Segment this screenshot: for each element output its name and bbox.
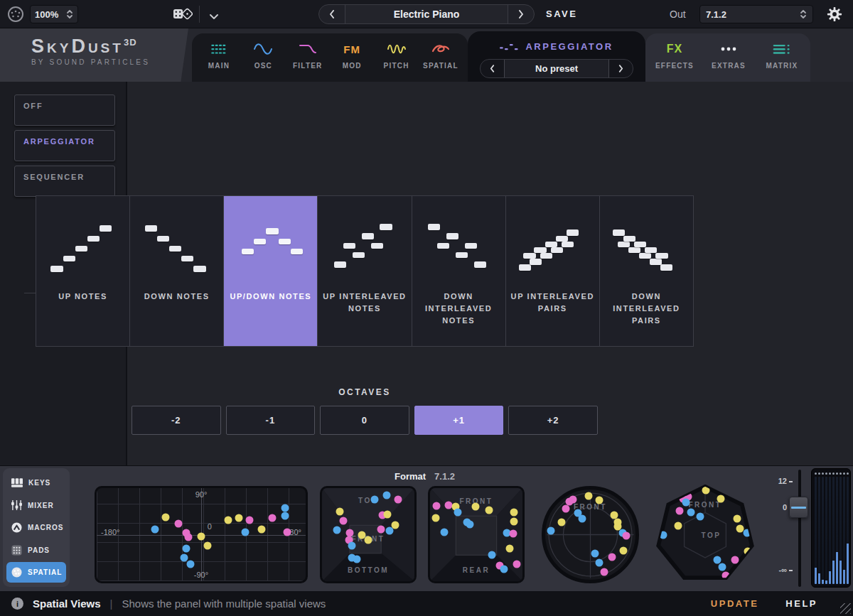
fader-track[interactable]: [798, 470, 801, 587]
spatial-view-room-rear[interactable]: FRONT REAR: [428, 486, 525, 583]
bottom-tab-macros[interactable]: MACROS: [6, 517, 66, 538]
settings-gear-icon[interactable]: [827, 6, 842, 25]
meter-channel: [847, 472, 849, 584]
tab-pitch[interactable]: PITCH: [378, 42, 415, 82]
particle-dot: [687, 509, 695, 517]
meter-channel: [832, 472, 835, 584]
particle-dot: [557, 518, 565, 526]
particle-dot: [733, 514, 741, 522]
tab-filter[interactable]: FILTER: [289, 42, 326, 82]
status-bar: i Spatial Views | Shows the panel with m…: [0, 591, 853, 616]
midi-connector-icon[interactable]: [7, 6, 24, 26]
tab-spatial[interactable]: SPATIAL: [422, 42, 459, 82]
octave-button-+2[interactable]: +2: [508, 406, 598, 435]
particle-dot: [500, 565, 508, 573]
particle-dot: [682, 499, 690, 507]
tab-effects[interactable]: FXEFFECTS: [655, 42, 694, 82]
skydust-plugin-window: 100% Electric Piano SAVE Out 7.1.2 SkyDu…: [0, 0, 853, 616]
zoom-stepper[interactable]: 100%: [30, 5, 78, 23]
output-fader[interactable]: 12 0 -∞: [777, 470, 808, 587]
bottom-tab-spatial[interactable]: SPATIAL: [6, 562, 66, 583]
save-button[interactable]: SAVE: [546, 9, 577, 19]
particle-dot: [183, 545, 191, 553]
mode-button-sequencer[interactable]: SEQUENCER: [14, 166, 115, 197]
particle-dot: [731, 556, 739, 563]
tab-osc[interactable]: OSC: [245, 42, 281, 82]
particle-dot: [510, 509, 518, 517]
particle-dot: [268, 514, 276, 522]
arp-preset-prev-button[interactable]: [481, 60, 504, 77]
pattern-tile[interactable]: UP INTERLEAVED PAIRS: [505, 196, 599, 346]
particle-dots: [322, 488, 414, 581]
meter-channel: [815, 472, 817, 584]
octaves-title: OCTAVES: [132, 387, 598, 397]
output-format-select[interactable]: 7.1.2: [699, 5, 813, 23]
mode-list: OFFARPEGGIATORSEQUENCER: [14, 94, 115, 201]
dots-icon: [720, 42, 737, 56]
pattern-preview: [515, 211, 591, 283]
particle-dot: [384, 510, 392, 518]
tab-mod[interactable]: FMMOD: [333, 42, 370, 82]
bottom-tab-bar: KEYSMIXERMACROSPADSSPATIAL: [3, 468, 70, 587]
mode-button-arpeggiator[interactable]: ARPEGGIATOR: [14, 130, 115, 161]
particle-dot: [471, 503, 479, 511]
right-tab-bar: FXEFFECTSEXTRASMATRIX: [645, 33, 810, 82]
preset-prev-button[interactable]: [319, 5, 345, 23]
pattern-tile[interactable]: UP INTERLEAVED NOTES: [317, 196, 411, 346]
preset-selector[interactable]: Electric Piano: [318, 4, 535, 24]
particle-dot: [717, 495, 725, 502]
octave-button-0[interactable]: 0: [320, 406, 409, 435]
chevron-down-icon[interactable]: [209, 10, 219, 23]
update-button[interactable]: UPDATE: [711, 598, 758, 609]
spatial-view-dome[interactable]: FRONT TOP: [655, 485, 755, 585]
logo-title: SkyDust: [31, 37, 124, 56]
bottom-tab-keys[interactable]: KEYS: [6, 472, 66, 493]
preset-next-button[interactable]: [508, 5, 534, 23]
particle-dot: [620, 547, 628, 555]
pattern-tile[interactable]: DOWN INTERLEAVED NOTES: [412, 196, 505, 346]
pattern-tile[interactable]: DOWN NOTES: [129, 196, 223, 346]
particle-dot: [591, 550, 599, 558]
format-line: Format7.1.2: [395, 471, 455, 482]
tab-extras[interactable]: EXTRAS: [710, 42, 747, 82]
macros-icon: [11, 522, 22, 533]
particle-dots: [430, 488, 522, 581]
arp-preset-next-button[interactable]: [609, 60, 633, 77]
particle-dot: [187, 561, 195, 568]
particle-dot: [339, 517, 347, 524]
randomize-dice-icon[interactable]: [173, 6, 193, 25]
window-resize-handle[interactable]: [840, 603, 851, 614]
octave-button--1[interactable]: -1: [226, 406, 316, 435]
particle-dot: [600, 568, 608, 576]
help-button[interactable]: HELP: [785, 598, 817, 609]
pattern-preview: [608, 211, 685, 283]
octave-button--2[interactable]: -2: [132, 406, 221, 435]
particle-dot: [377, 525, 385, 533]
tab-main[interactable]: MAIN: [200, 42, 237, 82]
tab-arpeggiator[interactable]: ARPEGGIATOR No preset: [468, 31, 645, 82]
bottom-tab-pads[interactable]: PADS: [6, 540, 66, 561]
stepper-arrows-icon: [800, 9, 807, 19]
pattern-preview: [326, 211, 403, 283]
out-label: Out: [670, 9, 686, 20]
octave-button-+1[interactable]: +1: [414, 406, 504, 435]
fader-handle[interactable]: [789, 497, 808, 518]
stepper-arrows-icon[interactable]: [66, 9, 73, 19]
pattern-tile[interactable]: UP/DOWN NOTES: [223, 196, 317, 346]
top-toolbar: 100% Electric Piano SAVE Out 7.1.2: [0, 0, 853, 28]
particle-dot: [185, 534, 193, 541]
particle-dot: [346, 529, 354, 536]
spatial-view-circle[interactable]: FRONT: [542, 486, 639, 583]
particle-dot: [454, 509, 462, 517]
pattern-tile[interactable]: UP NOTES: [36, 196, 129, 346]
tab-matrix[interactable]: MATRIX: [763, 42, 800, 82]
particle-dot: [608, 553, 616, 561]
spatial-view-room-front[interactable]: TOP FRONT BOTTOM: [320, 486, 417, 583]
format-value: 7.1.2: [434, 471, 455, 482]
pattern-tile[interactable]: DOWN INTERLEAVED PAIRS: [599, 196, 693, 346]
spatial-view-panorama[interactable]: 90° -180° 0 180° -90°: [95, 486, 308, 583]
bottom-tab-mixer[interactable]: MIXER: [6, 495, 66, 516]
arp-preset-selector[interactable]: No preset: [480, 59, 633, 78]
mode-button-off[interactable]: OFF: [14, 94, 115, 126]
particle-dot: [675, 522, 682, 529]
